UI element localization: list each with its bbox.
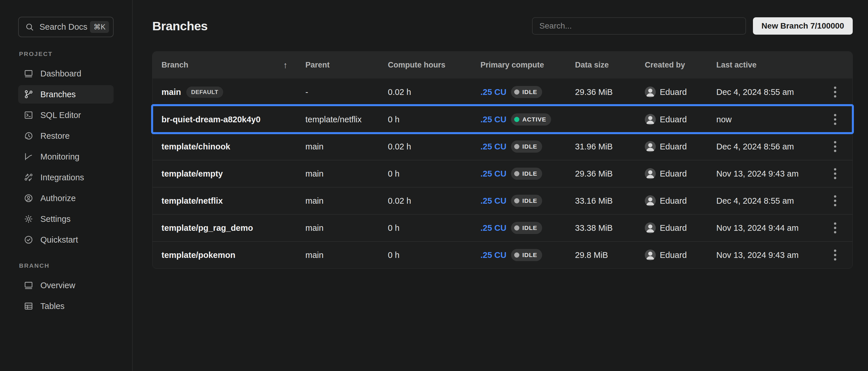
actions-cell [821, 247, 852, 263]
sidebar-item-label: Authorize [40, 193, 76, 203]
row-menu-button[interactable] [827, 84, 843, 100]
table-row[interactable]: br-quiet-dream-a820k4y0 template/netflix… [153, 105, 852, 133]
avatar [645, 195, 656, 206]
sidebar-item-monitoring[interactable]: Monitoring [18, 147, 114, 166]
last-active-cell: Nov 13, 2024 9:44 am [716, 223, 821, 233]
actions-cell [821, 84, 852, 100]
avatar [645, 250, 656, 260]
created-by-name: Eduard [660, 169, 687, 179]
parent-cell: main [305, 196, 388, 206]
compute-hours-cell: 0.02 h [388, 87, 480, 97]
status-badge: ACTIVE [511, 113, 551, 125]
compute-units-link[interactable]: .25 CU [480, 250, 506, 260]
search-docs-button[interactable]: Search Docs ⌘K [18, 17, 114, 37]
person-icon [645, 87, 656, 97]
status-dot-icon [514, 252, 519, 258]
created-by-name: Eduard [660, 87, 687, 97]
row-menu-button[interactable] [827, 247, 843, 263]
status-badge: IDLE [511, 86, 542, 98]
status-dot-icon [514, 117, 519, 122]
data-size-cell: 29.8 MiB [575, 250, 645, 260]
overview-icon [24, 280, 33, 290]
sidebar-item-label: Quickstart [40, 235, 78, 245]
primary-compute-cell: .25 CU IDLE [480, 222, 575, 234]
avatar [645, 222, 656, 234]
table-row[interactable]: template/chinook main 0.02 h .25 CU IDLE… [153, 133, 852, 160]
actions-cell [821, 193, 852, 209]
column-header-last-active[interactable]: Last active [716, 61, 821, 69]
data-size-cell: 33.16 MiB [575, 196, 645, 206]
created-by-name: Eduard [660, 142, 687, 151]
column-header-branch[interactable]: Branch ↑ [153, 60, 305, 70]
column-header-compute-hours[interactable]: Compute hours [388, 61, 480, 69]
data-size-cell: 33.38 MiB [575, 223, 645, 233]
row-menu-button[interactable] [827, 138, 843, 155]
quickstart-icon [24, 235, 33, 245]
branch-search-input[interactable] [532, 17, 746, 35]
compute-units-link[interactable]: .25 CU [480, 223, 506, 233]
sidebar-item-branches[interactable]: Branches [18, 85, 114, 103]
actions-cell [821, 138, 852, 155]
table-body: main DEFAULT - 0.02 h .25 CU IDLE 29.36 … [153, 79, 852, 268]
compute-hours-cell: 0.02 h [388, 142, 480, 151]
sidebar-item-tables[interactable]: Tables [18, 297, 114, 315]
created-by-cell: Eduard [645, 141, 716, 152]
primary-compute-cell: .25 CU IDLE [480, 167, 575, 180]
table-row[interactable]: main DEFAULT - 0.02 h .25 CU IDLE 29.36 … [153, 79, 852, 105]
row-menu-button[interactable] [827, 220, 843, 236]
search-icon [25, 23, 34, 32]
column-header-parent[interactable]: Parent [305, 61, 388, 69]
compute-units-link[interactable]: .25 CU [480, 169, 506, 179]
branch-name: template/netflix [161, 196, 223, 206]
person-icon [645, 250, 656, 260]
row-menu-button[interactable] [827, 193, 843, 209]
primary-compute-cell: .25 CU IDLE [480, 141, 575, 153]
table-header-row: Branch ↑ Parent Compute hours Primary co… [153, 52, 852, 79]
compute-hours-cell: 0 h [388, 223, 480, 233]
created-by-name: Eduard [660, 223, 687, 233]
column-header-data-size[interactable]: Data size [575, 61, 645, 69]
page-title: Branches [152, 19, 208, 33]
row-menu-button[interactable] [827, 165, 843, 182]
data-size-cell: 29.36 MiB [575, 87, 645, 97]
sidebar-item-restore[interactable]: Restore [18, 127, 114, 145]
table-row[interactable]: template/pg_rag_demo main 0 h .25 CU IDL… [153, 214, 852, 241]
row-menu-button[interactable] [827, 111, 843, 127]
default-badge: DEFAULT [186, 87, 223, 98]
sidebar-item-sql-editor[interactable]: SQL Editor [18, 106, 114, 124]
sidebar-item-settings[interactable]: Settings [18, 210, 114, 228]
status-label: IDLE [522, 197, 537, 204]
created-by-cell: Eduard [645, 250, 716, 260]
new-branch-button[interactable]: New Branch 7/100000 [753, 17, 853, 35]
table-row[interactable]: template/empty main 0 h .25 CU IDLE 29.3… [153, 160, 852, 187]
sql-editor-icon [24, 110, 33, 120]
column-header-created-by[interactable]: Created by [645, 61, 716, 69]
sidebar-item-label: Dashboard [40, 69, 81, 79]
created-by-name: Eduard [660, 250, 687, 260]
avatar [645, 114, 656, 125]
sidebar-item-quickstart[interactable]: Quickstart [18, 230, 114, 249]
parent-cell: main [305, 250, 388, 260]
sidebar-item-integrations[interactable]: Integrations [18, 168, 114, 187]
status-label: IDLE [522, 170, 537, 177]
sidebar-item-label: Settings [40, 214, 71, 224]
created-by-cell: Eduard [645, 87, 716, 97]
actions-cell [821, 220, 852, 236]
column-header-primary-compute[interactable]: Primary compute [480, 61, 575, 69]
created-by-cell: Eduard [645, 114, 716, 125]
branch-cell: template/pg_rag_demo [153, 223, 305, 233]
sort-ascending-icon[interactable]: ↑ [283, 60, 287, 70]
table-row[interactable]: template/pokemon main 0 h .25 CU IDLE 29… [153, 241, 852, 268]
branch-name: template/pg_rag_demo [161, 223, 253, 233]
compute-units-link[interactable]: .25 CU [480, 142, 506, 151]
compute-units-link[interactable]: .25 CU [480, 115, 506, 124]
sidebar-item-overview[interactable]: Overview [18, 276, 114, 295]
table-row[interactable]: template/netflix main 0.02 h .25 CU IDLE… [153, 187, 852, 214]
sidebar-item-authorize[interactable]: Authorize [18, 189, 114, 208]
compute-units-link[interactable]: .25 CU [480, 196, 506, 206]
branch-cell: template/empty [153, 169, 305, 179]
authorize-icon [24, 193, 33, 203]
compute-units-link[interactable]: .25 CU [480, 87, 506, 97]
settings-icon [24, 214, 33, 224]
sidebar-item-dashboard[interactable]: Dashboard [18, 64, 114, 83]
